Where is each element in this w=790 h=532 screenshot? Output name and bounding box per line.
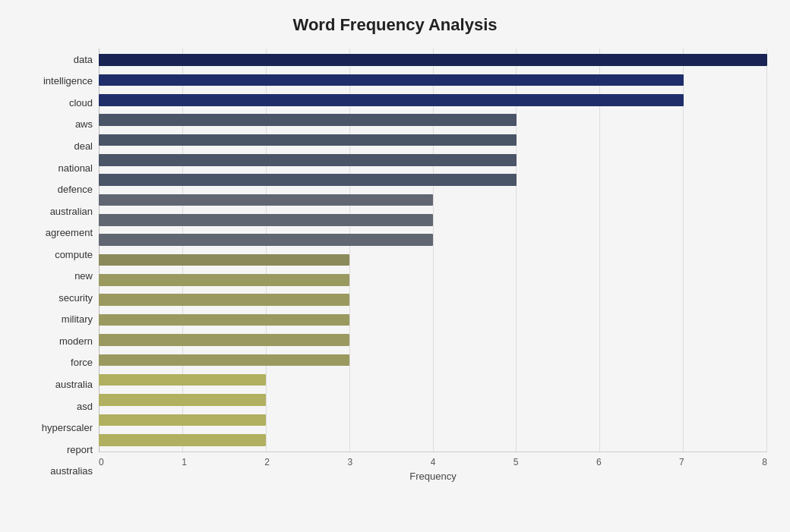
bar-row (99, 110, 767, 130)
bar-row (99, 150, 767, 170)
y-label: australias (50, 466, 93, 476)
y-label: agreement (46, 228, 93, 238)
x-tick: 6 (596, 457, 602, 467)
bar (99, 434, 266, 446)
y-label: hyperscaler (42, 423, 93, 433)
x-tick: 8 (762, 457, 767, 467)
bar-row (99, 390, 767, 410)
x-tick: 3 (347, 457, 352, 467)
y-label: military (62, 314, 93, 324)
bar (99, 394, 266, 406)
plot-area: 012345678 Frequency (99, 49, 767, 482)
bar (99, 94, 684, 106)
y-label: data (74, 55, 93, 65)
bar-row (99, 310, 767, 329)
y-label: australia (55, 379, 93, 389)
chart-area: dataintelligencecloudawsdealnationaldefe… (23, 49, 767, 482)
bar (99, 234, 433, 246)
y-label: cloud (69, 98, 93, 108)
x-tick: 2 (264, 457, 270, 467)
bar-row (99, 370, 767, 390)
bar (99, 294, 349, 306)
bar-row (99, 130, 767, 150)
bar (99, 254, 349, 266)
y-label: compute (55, 250, 93, 260)
bar (99, 134, 517, 146)
y-label: aws (75, 119, 93, 129)
bar (99, 334, 349, 346)
x-tick: 4 (431, 457, 436, 467)
y-label: force (71, 357, 93, 367)
bar (99, 414, 266, 427)
y-label: security (58, 293, 93, 303)
y-axis-labels: dataintelligencecloudawsdealnationaldefe… (23, 49, 99, 482)
y-label: modern (59, 336, 93, 346)
bar-row (99, 170, 767, 190)
bar-row (99, 330, 767, 350)
x-axis: 012345678 (99, 452, 767, 467)
bars-container (99, 49, 767, 452)
bar-row (99, 250, 767, 269)
bar-row (99, 350, 767, 370)
y-label: deal (74, 141, 93, 151)
bar (99, 174, 517, 186)
x-axis-label: Frequency (99, 471, 767, 482)
bar-row (99, 190, 767, 209)
y-label: new (74, 271, 93, 281)
y-label: report (67, 445, 93, 455)
y-label: national (58, 163, 93, 173)
bar (99, 114, 517, 126)
bar-row (99, 410, 767, 430)
bar (99, 154, 517, 166)
bar (99, 214, 433, 226)
bar-row (99, 290, 767, 310)
x-tick: 5 (514, 457, 519, 467)
x-tick: 7 (679, 457, 684, 467)
bar-row (99, 70, 767, 90)
grid-and-bars (99, 49, 767, 452)
bar (99, 354, 349, 367)
bar (99, 74, 684, 87)
chart-title: Word Frequency Analysis (23, 15, 767, 35)
y-label: intelligence (43, 76, 93, 86)
bar-row (99, 230, 767, 250)
bar-row (99, 270, 767, 290)
x-tick: 0 (99, 457, 104, 467)
bar (99, 274, 349, 286)
bar-row (99, 50, 767, 70)
chart-container: Word Frequency Analysis dataintelligence… (0, 0, 790, 532)
bar-row (99, 430, 767, 450)
bar (99, 194, 433, 206)
bar-row (99, 90, 767, 110)
y-label: asd (77, 401, 93, 411)
y-label: defence (58, 184, 93, 194)
y-label: australian (50, 206, 93, 216)
bar (99, 314, 349, 326)
bar (99, 374, 266, 386)
x-tick: 1 (182, 457, 187, 467)
bar-row (99, 210, 767, 230)
bar (99, 54, 767, 66)
